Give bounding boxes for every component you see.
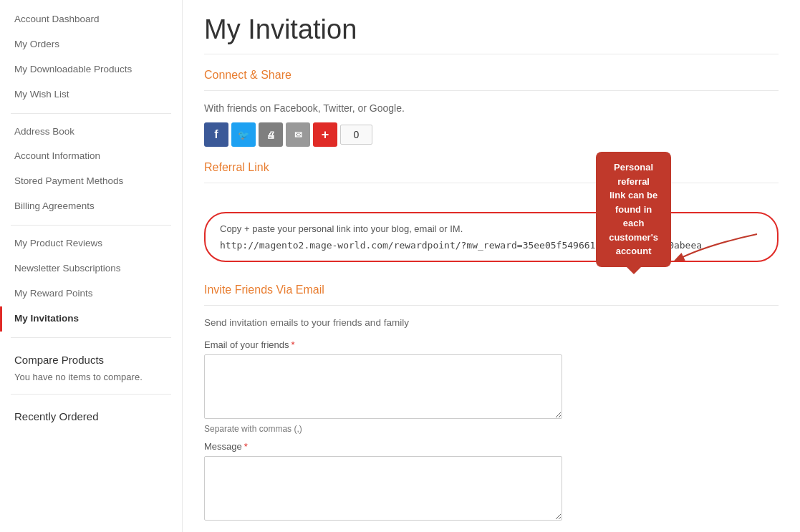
compare-empty-text: You have no items to compare. bbox=[14, 372, 168, 382]
connect-share-subtitle: With friends on Facebook, Twitter, or Go… bbox=[204, 102, 779, 114]
compare-products-title: Compare Products bbox=[14, 354, 168, 366]
sidebar-item-my-reward-points[interactable]: My Reward Points bbox=[0, 281, 182, 306]
referral-instruction: Copy + paste your personal link into you… bbox=[220, 223, 763, 234]
invite-email-title: Invite Friends Via Email bbox=[204, 284, 779, 296]
invite-divider bbox=[204, 305, 779, 306]
sidebar-divider-recently bbox=[11, 394, 171, 395]
sidebar-item-account-information[interactable]: Account Information bbox=[0, 144, 182, 169]
sidebar-item-billing-agreements[interactable]: Billing Agreements bbox=[0, 194, 182, 219]
sidebar-item-my-product-reviews[interactable]: My Product Reviews bbox=[0, 231, 182, 256]
invite-subtitle: Send invitation emails to your friends a… bbox=[204, 317, 779, 328]
sidebar-compare-section: Compare Products You have no items to co… bbox=[0, 344, 182, 388]
referral-title: Referral Link bbox=[204, 161, 779, 174]
referral-box: Copy + paste your personal link into you… bbox=[204, 212, 779, 262]
recently-ordered-title: Recently Ordered bbox=[14, 410, 168, 422]
sidebar-item-newsletter-subscriptions[interactable]: Newsletter Subscriptions bbox=[0, 256, 182, 281]
sidebar-item-my-wish-list[interactable]: My Wish List bbox=[0, 82, 182, 107]
plus-share-button[interactable]: + bbox=[313, 122, 337, 147]
connect-share-section: Connect & Share With friends on Facebook… bbox=[204, 69, 779, 147]
referral-section: Referral Link Personal referral link can… bbox=[204, 161, 779, 262]
referral-divider bbox=[204, 183, 779, 183]
sidebar-item-stored-payment-methods[interactable]: Stored Payment Methods bbox=[0, 169, 182, 194]
connect-share-divider bbox=[204, 90, 779, 91]
message-label: Message* bbox=[204, 441, 779, 452]
invite-email-section: Invite Friends Via Email Send invitation… bbox=[204, 284, 779, 523]
sidebar-item-account-dashboard[interactable]: Account Dashboard bbox=[0, 7, 182, 32]
referral-url[interactable]: http://magento2.mage-world.com/rewardpoi… bbox=[220, 240, 763, 251]
sidebar-item-address-book[interactable]: Address Book bbox=[0, 120, 182, 145]
email-textarea[interactable] bbox=[204, 354, 562, 419]
main-content: My Invitation Connect & Share With frien… bbox=[183, 0, 800, 532]
sidebar-divider-1 bbox=[11, 225, 171, 226]
twitter-button[interactable]: 🐦 bbox=[231, 122, 256, 147]
social-buttons-group: f 🐦 🖨 ✉ + 0 bbox=[204, 122, 779, 147]
page-title: My Invitation bbox=[204, 14, 779, 54]
tooltip-arrow bbox=[700, 231, 771, 288]
referral-tooltip: Personal referral link can be found in e… bbox=[596, 152, 671, 267]
sidebar-recently-section: Recently Ordered bbox=[0, 400, 182, 428]
sidebar-divider-0 bbox=[11, 113, 171, 114]
facebook-button[interactable]: f bbox=[204, 122, 228, 147]
print-button[interactable]: 🖨 bbox=[259, 122, 283, 147]
email-label: Email of your friends* bbox=[204, 339, 779, 350]
social-count: 0 bbox=[340, 125, 372, 145]
email-field-group: Email of your friends* Separate with com… bbox=[204, 339, 779, 434]
email-separator-note: Separate with commas (,) bbox=[204, 424, 779, 434]
message-textarea[interactable] bbox=[204, 456, 562, 521]
sidebar-item-my-invitations[interactable]: My Invitations bbox=[0, 306, 182, 332]
connect-share-title: Connect & Share bbox=[204, 69, 779, 82]
message-field-group: Message* bbox=[204, 441, 779, 523]
sidebar-item-my-orders[interactable]: My Orders bbox=[0, 32, 182, 57]
sidebar-divider-compare bbox=[11, 337, 171, 338]
email-share-button[interactable]: ✉ bbox=[286, 122, 310, 147]
sidebar: Account DashboardMy OrdersMy Downloadabl… bbox=[0, 0, 183, 532]
sidebar-item-my-downloadable-products[interactable]: My Downloadable Products bbox=[0, 57, 182, 82]
